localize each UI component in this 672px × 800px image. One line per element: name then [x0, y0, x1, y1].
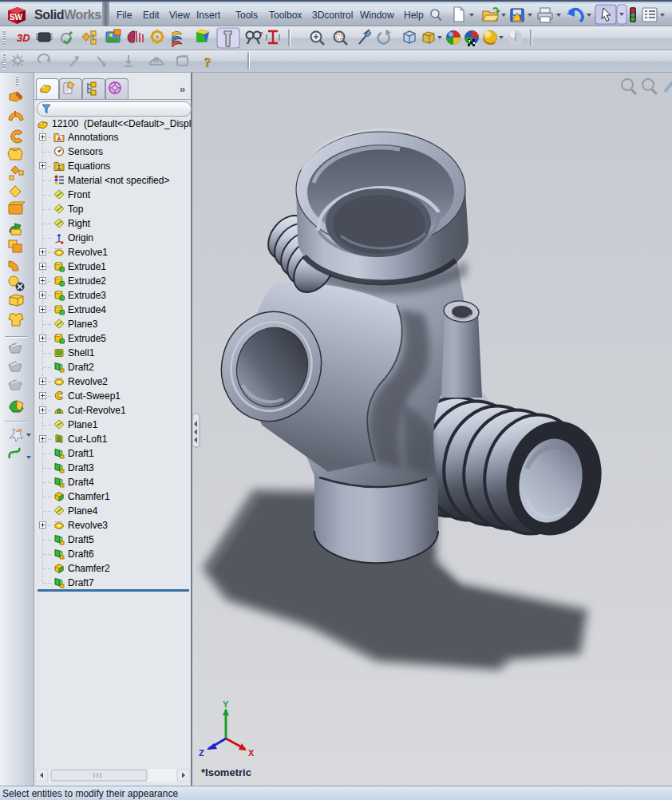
svg-text:Y: Y: [223, 699, 229, 709]
svg-text:X: X: [248, 748, 255, 758]
svg-text:Z: Z: [199, 748, 204, 758]
svg-text:?: ?: [204, 55, 211, 70]
svg-text:SW: SW: [10, 13, 23, 22]
svg-text:?: ?: [259, 30, 263, 38]
svg-text:!: !: [520, 14, 522, 22]
svg-text:3D: 3D: [17, 32, 30, 44]
